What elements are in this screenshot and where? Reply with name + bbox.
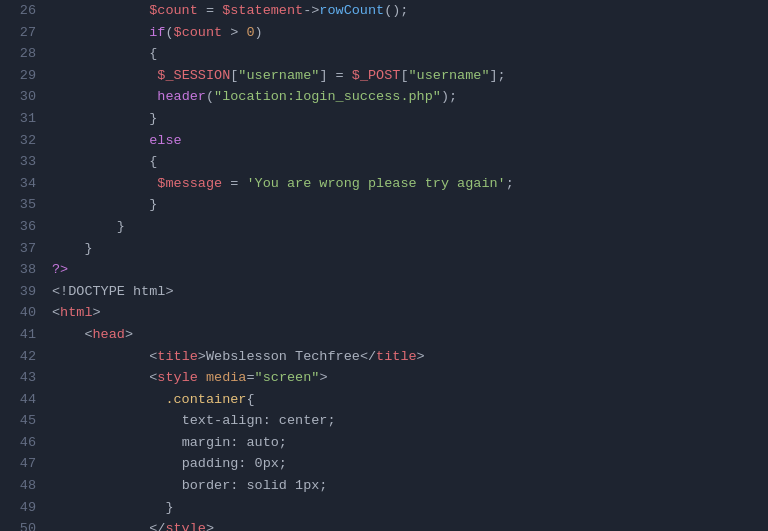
line-number: 26 xyxy=(8,0,36,22)
code-line: } xyxy=(48,108,768,130)
code-line: $message = 'You are wrong please try aga… xyxy=(48,173,768,195)
code-line: text-align: center; xyxy=(48,410,768,432)
line-number: 31 xyxy=(8,108,36,130)
line-number: 47 xyxy=(8,453,36,475)
code-line: $_SESSION["username"] = $_POST["username… xyxy=(48,65,768,87)
line-number: 36 xyxy=(8,216,36,238)
line-number: 43 xyxy=(8,367,36,389)
line-number: 29 xyxy=(8,65,36,87)
code-line: } xyxy=(48,216,768,238)
line-number: 34 xyxy=(8,173,36,195)
line-number: 46 xyxy=(8,432,36,454)
code-line: } xyxy=(48,194,768,216)
code-line: ?> xyxy=(48,259,768,281)
code-line: <title>Webslesson Techfree</title> xyxy=(48,346,768,368)
line-number: 41 xyxy=(8,324,36,346)
code-line: padding: 0px; xyxy=(48,453,768,475)
code-line: } xyxy=(48,238,768,260)
line-number: 37 xyxy=(8,238,36,260)
code-line: <head> xyxy=(48,324,768,346)
code-line: <style media="screen"> xyxy=(48,367,768,389)
line-number: 42 xyxy=(8,346,36,368)
code-line: if($count > 0) xyxy=(48,22,768,44)
line-number: 32 xyxy=(8,130,36,152)
line-number: 50 xyxy=(8,518,36,531)
code-line: $count = $statement->rowCount(); xyxy=(48,0,768,22)
code-line: else xyxy=(48,130,768,152)
line-number: 35 xyxy=(8,194,36,216)
code-line: </style> xyxy=(48,518,768,531)
code-editor: 2627282930313233343536373839404142434445… xyxy=(0,0,768,531)
line-number: 49 xyxy=(8,497,36,519)
code-line: <!DOCTYPE html> xyxy=(48,281,768,303)
line-number: 27 xyxy=(8,22,36,44)
line-number: 40 xyxy=(8,302,36,324)
code-line: { xyxy=(48,151,768,173)
code-line: header("location:login_success.php"); xyxy=(48,86,768,108)
line-number: 28 xyxy=(8,43,36,65)
line-number: 44 xyxy=(8,389,36,411)
code-line: border: solid 1px; xyxy=(48,475,768,497)
line-number: 38 xyxy=(8,259,36,281)
line-number: 39 xyxy=(8,281,36,303)
code-content[interactable]: $count = $statement->rowCount(); if($cou… xyxy=(48,0,768,531)
code-line: margin: auto; xyxy=(48,432,768,454)
line-number: 33 xyxy=(8,151,36,173)
line-number: 45 xyxy=(8,410,36,432)
line-number: 30 xyxy=(8,86,36,108)
code-line: <html> xyxy=(48,302,768,324)
line-number: 48 xyxy=(8,475,36,497)
code-line: { xyxy=(48,43,768,65)
line-numbers: 2627282930313233343536373839404142434445… xyxy=(0,0,48,531)
code-line: .container{ xyxy=(48,389,768,411)
code-line: } xyxy=(48,497,768,519)
